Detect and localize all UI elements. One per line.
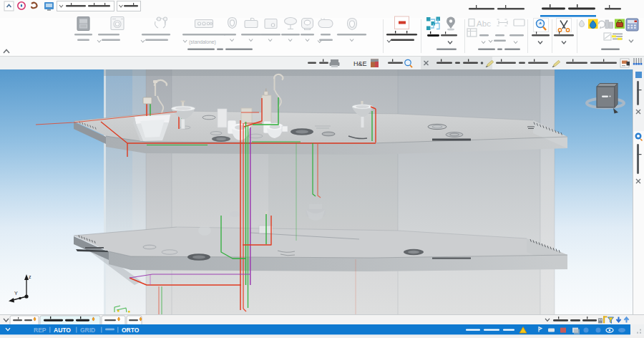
svg-text:ORTO: ORTO xyxy=(122,327,140,334)
svg-text:GRID: GRID xyxy=(80,327,95,334)
svg-text:H&E: H&E xyxy=(353,60,367,67)
svg-text:REP: REP xyxy=(34,327,47,334)
svg-text:AUTO: AUTO xyxy=(54,327,71,334)
svg-text:Y: Y xyxy=(14,291,18,296)
svg-text:(standalone): (standalone) xyxy=(189,39,216,45)
svg-text:z: z xyxy=(29,274,31,279)
svg-text:Abc: Abc xyxy=(477,19,491,28)
